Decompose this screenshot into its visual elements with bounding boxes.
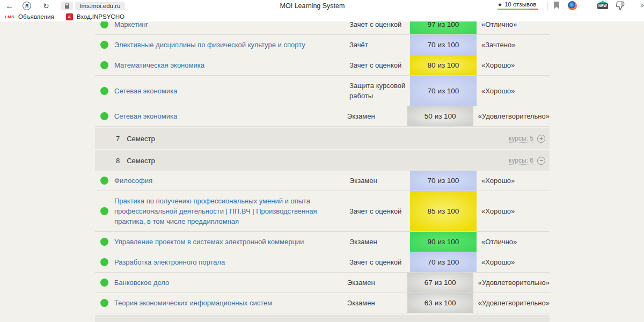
exam-type-label: Зачет с оценкой	[349, 201, 410, 221]
semester-word: Семестр	[127, 135, 155, 143]
toolbar-overflow-icon[interactable]: »	[640, 1, 644, 9]
status-cell	[95, 238, 114, 246]
expand-toggle-icon[interactable]: +	[537, 135, 545, 143]
next-semester-header-partial[interactable]	[95, 315, 550, 322]
course-cell: Математическая экономика	[114, 55, 349, 75]
new-features-button[interactable]: NEW	[597, 1, 609, 9]
grade-label: «Удовлетворительно»	[473, 299, 550, 307]
semester-header-row[interactable]: 7 Семестр курсы: 5 +	[95, 128, 550, 149]
status-cell	[95, 112, 114, 120]
table-row: Управление проектом в системах электронн…	[95, 232, 550, 252]
grade-label: «Зачтено»	[477, 41, 550, 49]
browser-toolbar: ← Я ↻ lms.moi.edu.ru MOI Learning System…	[0, 0, 644, 12]
semester-header-row[interactable]: 8 Семестр курсы: 6 −	[95, 150, 550, 171]
thumbs-down-icon	[616, 1, 625, 10]
table-row: Философия Экзамен 70 из 100 «Хорошо»	[95, 171, 550, 191]
completed-status-dot-icon	[100, 112, 108, 120]
semester-controls: курсы: 5 +	[509, 135, 545, 143]
grade-label: «Отлично»	[477, 21, 550, 28]
course-link[interactable]: Практика по получению профессиональных у…	[114, 196, 342, 226]
course-link[interactable]: Банковское дело	[114, 277, 340, 288]
review-rating-bar	[497, 9, 538, 10]
courses-count-link[interactable]: курсы: 5	[509, 135, 533, 143]
bookmark-flag-icon[interactable]	[554, 2, 559, 9]
course-link[interactable]: Теория экономических информационных сист…	[114, 298, 340, 308]
new-badge-label: NEW	[597, 3, 608, 9]
table-row: Теория экономических информационных сист…	[95, 293, 550, 313]
semester-word: Семестр	[127, 157, 155, 165]
back-button[interactable]: ←	[5, 0, 14, 12]
status-cell	[95, 279, 114, 287]
exam-type-label: Зачет с оценкой	[349, 21, 410, 34]
table-row: Сетевая экономика Защита курсовой работы…	[95, 76, 550, 106]
grade-label: «Удовлетворительно»	[473, 279, 550, 287]
score-badge: 85 из 100	[410, 191, 477, 231]
course-cell: Маркетинг	[114, 21, 349, 34]
address-bar[interactable]: lms.moi.edu.ru	[75, 2, 125, 10]
site-reviews-button[interactable]: ★ 10 отзывов	[497, 1, 536, 8]
grade-label: «Отлично»	[477, 238, 550, 246]
grade-label: «Хорошо»	[477, 258, 550, 266]
browser-window: ← Я ↻ lms.moi.edu.ru MOI Learning System…	[0, 0, 644, 322]
course-link[interactable]: Разработка электронного портала	[114, 257, 342, 267]
completed-status-dot-icon	[100, 279, 108, 287]
expand-toggle-icon[interactable]: −	[537, 157, 545, 165]
courses-count-link[interactable]: курсы: 6	[509, 157, 533, 165]
completed-status-dot-icon	[100, 258, 108, 266]
status-cell	[95, 207, 114, 215]
completed-status-dot-icon	[100, 299, 108, 307]
table-row: Сетевая экономика Экзамен 50 из 100 «Удо…	[95, 106, 550, 127]
extension-icon[interactable]	[568, 1, 577, 10]
bookmark-announcements[interactable]: Объявления	[18, 13, 54, 20]
score-badge: 90 из 100	[410, 232, 477, 252]
course-cell: Сетевая экономика	[114, 106, 347, 126]
exam-type-label: Защита курсовой работы	[349, 76, 410, 106]
table-row: Банковское дело Экзамен 67 из 100 «Удовл…	[95, 273, 550, 293]
bookmark-inpsycho-login[interactable]: Вход.INPSYCHO	[77, 13, 125, 20]
score-badge: 80 из 100	[410, 55, 477, 75]
rating-positive-segment	[497, 9, 529, 10]
completed-status-dot-icon	[100, 238, 108, 246]
status-cell	[95, 299, 114, 307]
table-row: Элективные дисциплины по физической куль…	[95, 35, 550, 55]
completed-status-dot-icon	[100, 61, 108, 69]
score-badge: 70 из 100	[410, 76, 477, 106]
semester-number: 7	[116, 135, 120, 143]
course-link[interactable]: Сетевая экономика	[114, 111, 340, 121]
browser-menu-button[interactable]: Я	[23, 0, 31, 12]
course-cell: Практика по получению профессиональных у…	[114, 191, 349, 231]
bookmarks-bar: LMS Объявления А Вход.INPSYCHO	[0, 12, 644, 21]
course-link[interactable]: Философия	[114, 175, 342, 186]
course-link[interactable]: Элективные дисциплины по физической куль…	[114, 40, 342, 50]
status-cell	[95, 41, 114, 49]
exam-type-label: Экзамен	[347, 106, 407, 126]
completed-status-dot-icon	[100, 21, 108, 28]
grade-label: «Хорошо»	[477, 177, 550, 185]
refresh-button[interactable]: ↻	[43, 0, 49, 12]
course-link[interactable]: Сетевая экономика	[114, 86, 342, 96]
table-row: Математическая экономика Зачет с оценкой…	[95, 55, 550, 76]
site-security-button[interactable]	[61, 2, 73, 10]
table-row: Разработка электронного портала Зачет с …	[95, 252, 550, 273]
grade-label: «Хорошо»	[477, 61, 550, 69]
course-cell: Управление проектом в системах электронн…	[114, 232, 349, 252]
course-link[interactable]: Управление проектом в системах электронн…	[114, 237, 342, 247]
lock-icon	[65, 5, 69, 9]
score-badge: 70 из 100	[410, 252, 477, 272]
course-link[interactable]: Математическая экономика	[114, 60, 342, 70]
inpsycho-favicon: А	[66, 13, 73, 20]
results-table: Маркетинг Зачет с оценкой 97 из 100 «Отл…	[95, 21, 550, 322]
course-link[interactable]: Маркетинг	[114, 21, 342, 30]
status-cell	[95, 61, 114, 69]
lms-favicon: LMS	[5, 14, 14, 19]
grade-label: «Хорошо»	[477, 87, 550, 95]
course-cell: Теория экономических информационных сист…	[114, 293, 347, 313]
dislike-button[interactable]	[616, 1, 625, 11]
status-cell	[95, 177, 114, 185]
exam-type-label: Экзамен	[347, 273, 407, 292]
url-text: lms.moi.edu.ru	[80, 3, 120, 9]
course-cell: Разработка электронного портала	[114, 252, 349, 272]
course-cell: Банковское дело	[114, 273, 347, 292]
exam-type-label: Зачёт	[349, 35, 410, 55]
reviews-label: 10 отзывов	[504, 1, 536, 8]
